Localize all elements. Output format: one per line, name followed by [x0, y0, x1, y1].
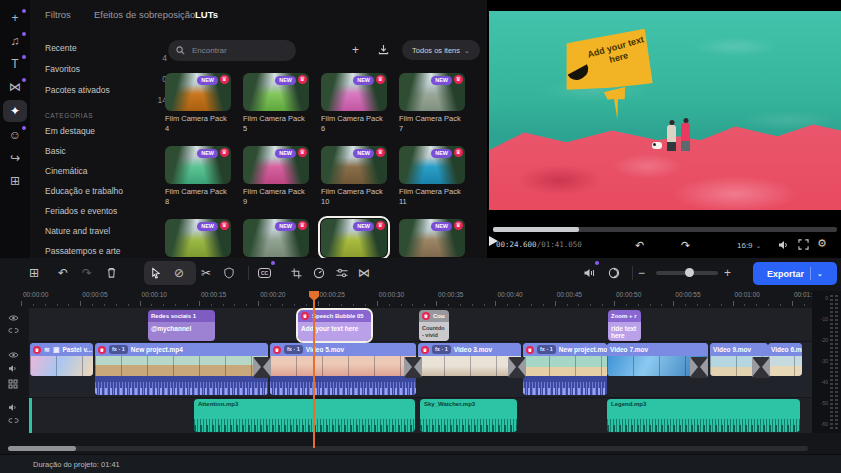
search-input[interactable]	[190, 45, 288, 56]
text-clip[interactable]: ♛CouCountdo - vivid	[419, 310, 449, 341]
lut-thumbnail[interactable]: NEW♛	[165, 219, 231, 257]
category-item[interactable]: Cinemática	[45, 166, 175, 180]
transition-icon[interactable]	[253, 357, 271, 378]
rail-item-media[interactable]: +	[3, 8, 27, 28]
captions-icon[interactable]: CC	[258, 264, 271, 282]
video-clip[interactable]: ♛fx · 1New project.mp4	[95, 343, 268, 395]
adjust-sliders-icon[interactable]	[336, 264, 348, 282]
category-item[interactable]: Nature and travel	[45, 226, 175, 240]
text-clip[interactable]: Redes sociais 1@mychannel	[148, 310, 215, 341]
timeline-scrollbar[interactable]	[8, 446, 808, 451]
disable-clip-icon[interactable]: ⊘	[174, 264, 184, 282]
track-options-icon[interactable]	[8, 379, 18, 389]
lut-card[interactable]: NEW♛Film Camera Pack5	[243, 66, 313, 139]
lut-card[interactable]: NEW♛	[399, 212, 469, 258]
track-mute-icon[interactable]	[8, 403, 18, 412]
transition-icon[interactable]: ⋈	[358, 264, 370, 282]
lut-card[interactable]: NEW♛Film Camera Pack6	[321, 66, 391, 139]
rail-item-audio[interactable]: ♫	[3, 31, 27, 51]
lut-card[interactable]: NEW♛Film Camera Pack11	[399, 139, 469, 212]
track-mute-icon[interactable]	[8, 364, 18, 373]
sidebar-item-favoritos[interactable]: Favoritos0	[45, 64, 175, 78]
lut-card[interactable]: NEW♛	[321, 212, 391, 258]
category-item[interactable]: Educação e trabalho	[45, 186, 175, 200]
track-link-icon[interactable]	[8, 417, 19, 424]
category-item[interactable]: Passatempos e arte	[45, 246, 175, 258]
preview-scrubber[interactable]	[493, 227, 837, 232]
tab-filtros[interactable]: Filtros	[45, 9, 71, 20]
audio-clip[interactable]: Legend.mp3	[607, 399, 800, 432]
lut-card[interactable]: NEW♛Film Camera Pack9	[243, 139, 313, 212]
fullscreen-icon[interactable]	[798, 239, 809, 250]
gear-icon[interactable]: ⚙	[817, 237, 827, 250]
lut-thumbnail[interactable]: NEW♛	[243, 219, 309, 257]
lut-card[interactable]: NEW♛Film Camera Pack4	[165, 66, 235, 139]
track-visibility-icon[interactable]	[8, 314, 19, 322]
lut-card[interactable]: NEW♛	[243, 212, 313, 258]
video-clip[interactable]: ♛fx · 1New project.mov	[523, 343, 607, 395]
category-item[interactable]: Em destaque	[45, 126, 175, 140]
lut-thumbnail[interactable]: NEW♛	[321, 219, 387, 257]
zoom-out-icon[interactable]: −	[638, 264, 645, 282]
text-clip[interactable]: Zoom + rride text here	[608, 310, 641, 341]
render-preview-icon[interactable]	[608, 264, 620, 282]
lut-thumbnail[interactable]: NEW♛	[321, 146, 387, 184]
audio-mixer-icon[interactable]	[583, 264, 595, 282]
lut-thumbnail[interactable]: NEW♛	[165, 146, 231, 184]
preview-video[interactable]: Add your text here	[489, 11, 841, 210]
split-scissors-icon[interactable]: ✂	[201, 264, 211, 282]
aspect-ratio-dropdown[interactable]: 16:9⌄	[737, 241, 761, 250]
lut-thumbnail[interactable]: NEW♛	[243, 146, 309, 184]
rail-item-text[interactable]: T	[3, 54, 27, 74]
transition-icon[interactable]	[508, 357, 526, 378]
scrollbar-thumb[interactable]	[8, 446, 76, 451]
video-clip[interactable]: Video 6.mov	[768, 343, 802, 376]
transition-icon[interactable]	[752, 357, 770, 378]
audio-clip[interactable]: Attention.mp3	[194, 399, 415, 432]
lut-card[interactable]: NEW♛Film Camera Pack8	[165, 139, 235, 212]
timeline-ruler[interactable]: 00:00:0000:00:0500:00:1000:00:1500:00:20…	[0, 291, 812, 307]
lut-thumbnail[interactable]: NEW♛	[399, 219, 465, 257]
rail-item-transitions[interactable]: ⋈	[3, 77, 27, 97]
lut-thumbnail[interactable]: NEW♛	[399, 146, 465, 184]
video-clip[interactable]: ♛fx · 1Video 5.mov	[270, 343, 416, 395]
add-lut-button[interactable]: +	[352, 41, 359, 59]
export-button[interactable]: Exportar⌄	[753, 262, 837, 285]
lut-card[interactable]: NEW♛Film Camera Pack10	[321, 139, 391, 212]
timeline-zoom-slider[interactable]	[656, 271, 718, 275]
transition-icon[interactable]	[690, 357, 708, 378]
transition-icon[interactable]	[404, 357, 422, 378]
tab-efeitos-sobreposicao[interactable]: Efeitos de sobreposição	[94, 9, 195, 20]
sidebar-item-pacotes-ativados[interactable]: Pacotes ativados14	[45, 85, 175, 99]
category-item[interactable]: Feriados e eventos	[45, 206, 175, 220]
zoom-in-icon[interactable]: +	[724, 264, 731, 282]
step-forward-icon[interactable]: ↷	[681, 237, 690, 253]
undo-icon[interactable]: ↶	[58, 264, 68, 282]
lut-card[interactable]: NEW♛Film Camera Pack7	[399, 66, 469, 139]
rail-item-templates[interactable]: ⊞	[3, 171, 27, 191]
lut-thumbnail[interactable]: NEW♛	[321, 73, 387, 111]
add-to-track-icon[interactable]: ⊞	[29, 264, 39, 282]
mask-shield-icon[interactable]	[224, 264, 234, 282]
video-clip[interactable]: ♛fx · 1Video 3.mov	[418, 343, 521, 376]
video-clip[interactable]: ♛≋▣Pastel v...	[30, 343, 93, 376]
audio-clip[interactable]: Sky_Watcher.mp3	[420, 399, 517, 432]
category-item[interactable]: Basic	[45, 146, 175, 160]
lut-card[interactable]: NEW♛	[165, 212, 235, 258]
track-link-icon[interactable]	[8, 327, 19, 334]
sidebar-item-recente[interactable]: Recente4	[45, 43, 175, 57]
selected-text-clip[interactable]: ♛Speech Bubble 05Add your text here	[298, 310, 371, 341]
tab-luts[interactable]: LUTs	[195, 9, 218, 20]
items-filter-dropdown[interactable]: Todos os itens⌄	[402, 40, 480, 60]
lut-thumbnail[interactable]: NEW♛	[165, 73, 231, 111]
zoom-slider-knob[interactable]	[685, 268, 694, 277]
pointer-tool-icon[interactable]	[150, 264, 161, 282]
crop-icon[interactable]	[291, 264, 302, 282]
rail-item-effects[interactable]: ✦	[3, 100, 27, 122]
search-box[interactable]	[168, 40, 296, 61]
redo-icon[interactable]: ↷	[82, 264, 92, 282]
download-icon[interactable]	[378, 44, 389, 55]
speed-icon[interactable]	[313, 264, 325, 282]
lut-thumbnail[interactable]: NEW♛	[243, 73, 309, 111]
rail-item-plugins[interactable]: ↪	[3, 148, 27, 168]
